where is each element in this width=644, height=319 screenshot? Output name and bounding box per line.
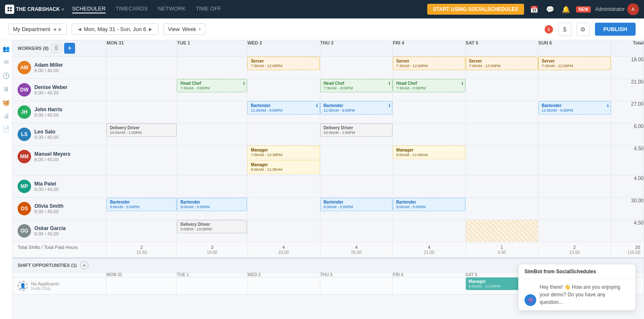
calendar-icon-btn[interactable]: 📅 (528, 4, 540, 15)
info-icon[interactable]: ℹ (389, 103, 390, 108)
john-tue[interactable] (177, 101, 247, 123)
opp-mon[interactable] (106, 277, 177, 295)
denise-thu[interactable]: Head Chef 7:30AM - 3:00PM ℹ (320, 79, 392, 101)
nav-network[interactable]: NETWORK (158, 5, 185, 13)
next-week-arrow[interactable]: ▶ (147, 27, 154, 31)
manuel-fri[interactable]: Manager 9:00AM - 11:00AM (393, 146, 465, 175)
manuel-thu[interactable] (320, 146, 392, 175)
add-worker-btn[interactable]: + (64, 43, 75, 54)
list-item[interactable]: Manager 9:00AM - 11:00AM (393, 146, 465, 159)
list-item[interactable]: Server 7:00AM - 12:00PM (466, 57, 538, 70)
adam-tue[interactable] (177, 57, 247, 79)
manuel-sun[interactable] (538, 146, 611, 175)
settings-icon-btn[interactable]: ⚙ (576, 23, 590, 36)
list-view-btn[interactable]: ☰ (51, 44, 62, 52)
mia-mon[interactable] (106, 175, 177, 198)
sidebar-monitor-icon[interactable]: 🖥 (3, 86, 9, 92)
list-item[interactable]: Manager 7:00AM - 12:30PM (247, 146, 319, 159)
john-mon[interactable] (106, 101, 177, 123)
mia-wed[interactable] (247, 175, 320, 198)
info-icon[interactable]: ℹ (316, 103, 318, 108)
list-item[interactable]: Bartender 11:00AM - 9:00PM ℹ (247, 101, 319, 115)
info-icon[interactable]: ℹ (243, 81, 245, 86)
leo-sun[interactable] (538, 123, 611, 146)
sidebar-workers-icon[interactable]: 👥 (3, 45, 10, 52)
olivia-sun[interactable] (538, 198, 611, 220)
denise-sun[interactable] (538, 79, 611, 101)
nav-timecards[interactable]: TIMECARDS (116, 5, 148, 13)
list-item[interactable]: Delivery Driver 10:00AM - 1:00PM (106, 123, 177, 137)
olivia-sat[interactable] (465, 198, 538, 220)
publish-button[interactable]: PUBLISH (595, 23, 636, 36)
olivia-thu[interactable]: Bartender 9:00AM - 5:00PM (320, 198, 392, 220)
add-opportunity-btn[interactable]: + (80, 261, 88, 269)
oskar-tue[interactable]: Delivery Driver 5:00PM - 10:00PM (177, 220, 247, 242)
manuel-sat[interactable] (465, 146, 538, 175)
olivia-mon[interactable]: Bartender 9:00AM - 5:00PM (106, 198, 177, 220)
chat-icon-btn[interactable]: 💬 (544, 4, 556, 15)
list-item[interactable]: Head Chef 7:30AM - 3:00PM ℹ (393, 79, 465, 92)
bell-icon-btn[interactable]: 🔔 (560, 4, 572, 15)
date-range-nav[interactable]: ◀ Mon, May 31 - Sun, Jun 6 ▶ (72, 24, 158, 35)
john-thu[interactable]: Bartender 11:00AM - 9:00PM ℹ (320, 101, 392, 123)
adam-wed[interactable]: Server 7:30AM - 12:00PM (247, 57, 320, 79)
opp-fri[interactable] (393, 277, 465, 295)
oskar-mon[interactable] (106, 220, 177, 242)
list-item[interactable]: Server 7:30AM - 12:00PM (247, 57, 319, 70)
prev-week-arrow[interactable]: ◀ (76, 27, 83, 31)
info-icon[interactable]: ℹ (389, 81, 390, 86)
denise-tue[interactable]: Head Chef 7:30AM - 3:00PM ℹ (177, 79, 247, 101)
adam-sat[interactable]: Server 7:00AM - 12:00PM (465, 57, 538, 79)
olivia-fri[interactable]: Bartender 9:00AM - 5:00PM (393, 198, 465, 220)
john-fri[interactable] (393, 101, 465, 123)
denise-sat[interactable] (465, 79, 538, 101)
dollar-icon-btn[interactable]: $ (558, 23, 571, 36)
dept-chevron-left[interactable]: ◀ (53, 27, 56, 31)
brand-logo[interactable]: THE CRABSHACK ▾ (5, 5, 64, 14)
leo-tue[interactable] (177, 123, 247, 146)
sidebar-clock-icon[interactable]: 🕐 (3, 72, 10, 79)
john-sun[interactable]: Bartender 11:00AM - 9:00PM ℹ (538, 101, 611, 123)
oskar-thu[interactable] (320, 220, 392, 242)
list-item[interactable]: Delivery Driver 10:00AM - 1:00PM (320, 123, 392, 137)
mia-sun[interactable] (538, 175, 611, 198)
adam-sun[interactable]: Server 7:30AM - 12:00PM (538, 57, 611, 79)
social-schedules-btn[interactable]: START USING SOCIALSCHEDULES (427, 4, 524, 15)
dept-chevron-right[interactable]: ▶ (59, 27, 62, 31)
olivia-wed[interactable] (247, 198, 320, 220)
leo-wed[interactable] (247, 123, 320, 146)
list-item[interactable]: Delivery Driver 5:00PM - 10:00PM (177, 220, 247, 233)
list-item[interactable]: Bartender 11:00AM - 9:00PM ℹ (320, 101, 392, 115)
denise-mon[interactable] (106, 79, 177, 101)
list-item[interactable]: Server 7:30AM - 12:00PM (538, 57, 610, 70)
department-selector[interactable]: My Department ◀ ▶ (8, 24, 67, 35)
adam-fri[interactable]: Server 7:30AM - 12:00PM (393, 57, 465, 79)
opp-thu[interactable] (320, 277, 392, 295)
adam-mon[interactable] (106, 57, 177, 79)
manuel-tue[interactable] (177, 146, 247, 175)
denise-fri[interactable]: Head Chef 7:30AM - 3:00PM ℹ (393, 79, 465, 101)
oskar-sat[interactable] (465, 220, 538, 242)
mia-sat[interactable] (465, 175, 538, 198)
nav-scheduler[interactable]: SCHEDULER (72, 5, 106, 13)
oskar-fri[interactable] (393, 220, 465, 242)
leo-thu[interactable]: Delivery Driver 10:00AM - 1:00PM (320, 123, 392, 146)
john-sat[interactable] (465, 101, 538, 123)
oskar-sun[interactable] (538, 220, 611, 242)
list-item[interactable]: Server 7:30AM - 12:00PM (393, 57, 465, 70)
list-item[interactable]: Bartender 11:00AM - 9:00PM ℹ (538, 101, 610, 115)
sidebar-doc-icon[interactable]: 📄 (3, 126, 10, 133)
info-icon[interactable]: ℹ (607, 103, 609, 108)
opp-tue[interactable] (177, 277, 247, 295)
opp-wed[interactable] (247, 277, 320, 295)
mia-fri[interactable] (393, 175, 465, 198)
list-item[interactable]: Head Chef 7:30AM - 3:00PM ℹ (320, 79, 392, 92)
sidebar-print-icon[interactable]: 🖨 (3, 112, 9, 119)
olivia-tue[interactable]: Bartender 9:00AM - 5:00PM (177, 198, 247, 220)
adam-thu[interactable] (320, 57, 392, 79)
list-item[interactable]: Bartender 9:00AM - 5:00PM (177, 198, 247, 211)
list-item[interactable]: Bartender 9:00AM - 5:00PM (106, 198, 177, 211)
mia-tue[interactable] (177, 175, 247, 198)
leo-sat[interactable] (465, 123, 538, 146)
list-item[interactable]: Bartender 9:00AM - 5:00PM (320, 198, 392, 211)
